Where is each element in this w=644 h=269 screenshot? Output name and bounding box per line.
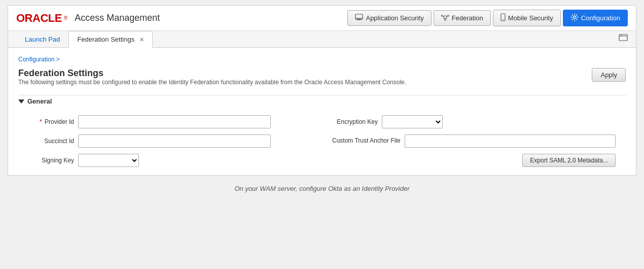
svg-point-5	[441, 15, 443, 17]
tab-federation-settings[interactable]: Federation Settings ✕	[68, 31, 152, 48]
encryption-key-label: Encryption Key	[332, 118, 378, 125]
svg-point-6	[447, 15, 449, 17]
nav-federation-button[interactable]: Federation	[434, 10, 491, 26]
svg-point-13	[573, 16, 576, 19]
header-left: ORACLE® Access Management	[16, 12, 160, 25]
section-label: General	[27, 97, 52, 105]
tab-bar-action-icon[interactable]	[619, 35, 628, 44]
apply-button[interactable]: Apply	[592, 68, 626, 82]
page-title-text: Federation Settings	[18, 68, 406, 79]
tab-federation-settings-label: Federation Settings	[77, 36, 134, 43]
nav-federation-label: Federation	[452, 14, 483, 22]
oracle-logo: ORACLE®	[16, 12, 67, 25]
succinct-id-input[interactable]	[78, 134, 271, 148]
nav-mobile-security-button[interactable]: Mobile Security	[493, 10, 561, 26]
encryption-key-row: Encryption Key	[332, 115, 616, 128]
export-row: Export SAML 2.0 Metadata...	[332, 154, 616, 167]
provider-id-row: * Provider Id	[28, 115, 312, 128]
registered-mark: ®	[64, 15, 67, 21]
encryption-key-select[interactable]	[382, 115, 443, 128]
gear-icon	[570, 13, 579, 23]
succinct-id-row: Succinct Id	[28, 134, 312, 148]
breadcrumb[interactable]: Configuration >	[18, 56, 626, 63]
export-saml-button[interactable]: Export SAML 2.0 Metadata...	[522, 154, 616, 167]
provider-id-input[interactable]	[78, 115, 271, 128]
nav-app-security-label: Application Security	[366, 14, 423, 22]
header-nav: Application Security Federation	[347, 10, 628, 26]
custom-trust-input[interactable]	[405, 134, 616, 148]
nav-app-security-button[interactable]: Application Security	[347, 10, 431, 26]
custom-trust-label: Custom Trust Anchor File	[332, 137, 401, 145]
form-right: Encryption Key Custom Trust Anchor File …	[332, 115, 616, 167]
tab-launch-pad-label: Launch Pad	[25, 36, 60, 43]
svg-point-4	[444, 16, 447, 19]
federation-icon	[441, 14, 449, 22]
svg-line-9	[446, 16, 447, 17]
main-container: ORACLE® Access Management Application Se…	[8, 5, 636, 176]
tab-bar-right	[619, 34, 628, 47]
nav-configuration-button[interactable]: Configuration	[563, 10, 628, 26]
succinct-id-label: Succinct Id	[28, 138, 74, 145]
signing-key-row: Signing Key	[28, 154, 312, 167]
signing-key-label: Signing Key	[28, 157, 74, 164]
section-header-general: General	[18, 95, 626, 107]
form-left: * Provider Id Succinct Id Signing Key	[28, 115, 312, 167]
tabs-container: Launch Pad Federation Settings ✕	[16, 31, 153, 47]
page-header: Federation Settings The following settin…	[18, 68, 626, 93]
oracle-wordmark: ORACLE	[16, 12, 62, 25]
tab-launch-pad[interactable]: Launch Pad	[16, 31, 68, 47]
provider-id-label-text: Provider Id	[43, 118, 74, 125]
nav-mobile-security-label: Mobile Security	[508, 14, 553, 22]
header: ORACLE® Access Management Application Se…	[8, 6, 636, 31]
app-security-icon	[355, 14, 363, 22]
content-area: Configuration > Federation Settings The …	[8, 48, 636, 175]
tab-bar: Launch Pad Federation Settings ✕	[8, 31, 636, 48]
provider-id-label: * Provider Id	[28, 118, 74, 125]
custom-trust-row: Custom Trust Anchor File	[332, 134, 616, 148]
required-star: *	[40, 118, 42, 125]
svg-line-8	[443, 16, 444, 17]
page-title: Federation Settings The following settin…	[18, 68, 406, 93]
page-description: The following settings must be configure…	[18, 79, 406, 86]
svg-point-12	[503, 19, 504, 20]
section-collapse-icon[interactable]	[18, 99, 24, 104]
nav-configuration-label: Configuration	[581, 14, 620, 22]
tab-close-icon[interactable]: ✕	[139, 37, 144, 43]
form-grid: * Provider Id Succinct Id Signing Key	[18, 115, 626, 167]
mobile-icon	[500, 13, 506, 23]
svg-rect-14	[619, 35, 627, 41]
signing-key-select[interactable]	[78, 154, 139, 167]
caption: On your WAM server, configure Okta as an…	[234, 185, 409, 192]
app-title: Access Management	[75, 13, 160, 23]
